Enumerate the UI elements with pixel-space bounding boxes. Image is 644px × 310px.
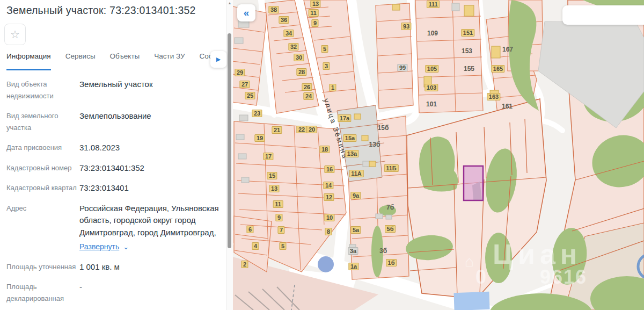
- parcel-number-label[interactable]: 17а: [338, 114, 351, 122]
- parcel-number-label[interactable]: 19: [254, 134, 265, 142]
- field-row: АдресРоссийская Федерация, Ульяновская о…: [6, 203, 221, 253]
- tab-Информация[interactable]: Информация: [6, 52, 51, 70]
- scroll-up-icon[interactable]: ▲: [226, 1, 233, 5]
- parcel-number-label[interactable]: 28: [296, 68, 306, 76]
- parcel-number-label[interactable]: 17: [263, 153, 273, 160]
- parcel-number-label[interactable]: 9: [311, 19, 318, 27]
- parcel-number-label[interactable]: 109: [427, 30, 438, 37]
- parcel-number-label[interactable]: 3: [323, 62, 330, 70]
- field-row: Дата присвоения31.08.2023: [6, 142, 221, 154]
- tab-Объекты[interactable]: Объекты: [110, 52, 140, 70]
- parcel-number-label[interactable]: 12: [324, 193, 334, 201]
- parcel-number-label[interactable]: 101: [426, 100, 437, 108]
- parcel-number-label[interactable]: 167: [502, 46, 513, 53]
- cadastral-map[interactable]: улица Зёмина 292725383634323028262413119…: [232, 0, 644, 310]
- parcel-number-label[interactable]: 165: [491, 65, 504, 73]
- parcel-number-label[interactable]: 22: [296, 126, 306, 133]
- parcel-number-label[interactable]: 99: [397, 64, 407, 71]
- parcel-number-label[interactable]: 163: [487, 93, 500, 100]
- field-value: Землепользование: [79, 110, 151, 134]
- parcel-number-label[interactable]: 5: [321, 45, 328, 53]
- field-label: Площадь декларированная: [6, 281, 79, 305]
- parcel-number-label[interactable]: 23: [252, 110, 262, 117]
- parcel-number-label[interactable]: 3б: [379, 247, 387, 255]
- parcel-number-label[interactable]: 3а: [348, 247, 358, 255]
- parcel-number-label[interactable]: 6: [246, 226, 253, 233]
- parcel-number-label[interactable]: 21: [272, 126, 282, 134]
- parcel-number-label[interactable]: 5: [279, 242, 286, 250]
- parcel-number-label[interactable]: 11: [309, 9, 319, 17]
- selected-parcel[interactable]: [464, 166, 483, 200]
- parcel-number-label[interactable]: 4: [252, 242, 259, 250]
- tab-Сервисы[interactable]: Сервисы: [65, 52, 96, 70]
- field-value: Российская Федерация, Ульяновская област…: [79, 203, 221, 253]
- parcel-number-label[interactable]: 155: [464, 65, 474, 73]
- parcel-number-label[interactable]: 151: [461, 29, 474, 37]
- parcel-number-label[interactable]: 2: [241, 261, 248, 268]
- page-title: Земельный участок: 73:23:013401:352: [6, 4, 196, 17]
- parcel-number-label[interactable]: 24: [303, 92, 313, 100]
- parcel-number-label[interactable]: 7б: [386, 204, 394, 211]
- parcel-number-label[interactable]: 93: [401, 23, 411, 30]
- parcel-number-label[interactable]: 1б: [386, 259, 397, 266]
- panel-scrollbar[interactable]: ▲: [226, 0, 233, 310]
- parcel-number-label[interactable]: 1: [329, 84, 336, 91]
- parcel-number-label[interactable]: 13б: [369, 141, 380, 148]
- parcel-number-label[interactable]: 153: [462, 47, 472, 55]
- field-label: Адрес: [6, 203, 79, 253]
- parcel-number-label[interactable]: 9а: [350, 192, 361, 199]
- parcel-number-label[interactable]: 103: [425, 84, 438, 91]
- parcel-number-label[interactable]: 13а: [345, 150, 358, 157]
- parcel-number-label[interactable]: 32: [288, 43, 298, 51]
- parcel-number-label[interactable]: 11Б: [384, 164, 399, 172]
- parcel-number-label[interactable]: 111: [427, 1, 440, 8]
- parcel-number-label[interactable]: 20: [306, 126, 317, 133]
- field-value: 31.08.2023: [79, 142, 120, 154]
- tabs-scroll-right-button[interactable]: ▶: [210, 51, 226, 68]
- parcel-number-label[interactable]: 1а: [348, 263, 358, 270]
- parcel-number-label[interactable]: 34: [283, 30, 294, 37]
- parcel-number-label[interactable]: 18: [319, 146, 330, 153]
- parcel-number-label[interactable]: 11А: [349, 170, 364, 177]
- field-row: Вид земельного участкаЗемлепользование: [6, 110, 221, 134]
- parcel-number-label[interactable]: 38: [268, 6, 279, 13]
- parcel-number-label[interactable]: 10: [324, 214, 334, 221]
- parcel-number-label[interactable]: 9: [275, 214, 282, 221]
- parcel-number-label[interactable]: 36: [279, 16, 289, 24]
- field-value: 73:23:013401: [79, 182, 129, 194]
- star-icon: ☆: [10, 28, 20, 41]
- parcel-number-label[interactable]: 29: [235, 69, 245, 76]
- parcel-number-label[interactable]: 25: [245, 92, 255, 99]
- parcel-number-label[interactable]: 16: [324, 165, 334, 173]
- parcel-info-panel: Земельный участок: 73:23:013401:352 ☆ Ин…: [0, 0, 232, 310]
- parcel-number-label[interactable]: 15б: [378, 124, 389, 132]
- field-value: Земельный участок: [79, 78, 153, 102]
- parcel-number-label[interactable]: 105: [425, 65, 438, 73]
- parcel-number-label[interactable]: 7: [277, 226, 284, 234]
- parcel-number-label[interactable]: 11: [273, 200, 283, 208]
- parcel-number-label[interactable]: 161: [502, 103, 513, 110]
- scrollbar-thumb[interactable]: [228, 33, 231, 248]
- parcel-number-label[interactable]: 14: [323, 182, 333, 189]
- expand-address-link[interactable]: Развернуть: [79, 242, 119, 251]
- collapse-panel-button[interactable]: «: [237, 4, 255, 21]
- parcel-number-label[interactable]: 15: [267, 172, 277, 179]
- field-label: Вид объекта недвижимости: [6, 78, 79, 102]
- parcel-number-label[interactable]: 8: [325, 228, 332, 235]
- parcel-number-label[interactable]: 13: [269, 185, 279, 192]
- parcel-number-label[interactable]: 5б: [385, 225, 396, 233]
- parcel-number-label[interactable]: 27: [239, 81, 250, 88]
- favorite-button[interactable]: ☆: [4, 24, 26, 45]
- parcel-number-label[interactable]: 5а: [350, 226, 361, 234]
- search-input[interactable]: [562, 5, 644, 25]
- field-row: Кадастровый квартал73:23:013401: [6, 182, 221, 194]
- chevrons-left-icon: «: [244, 7, 250, 19]
- field-value: -: [79, 281, 82, 305]
- parcel-number-label[interactable]: 15а: [343, 134, 356, 142]
- parcel-fields: Вид объекта недвижимостиЗемельный участо…: [6, 78, 221, 310]
- location-dot: [318, 256, 334, 272]
- parcel-number-label[interactable]: 26: [302, 83, 312, 91]
- tab-Части ЗУ[interactable]: Части ЗУ: [154, 52, 185, 70]
- parcel-number-label[interactable]: 30: [294, 54, 304, 61]
- parcel-number-label[interactable]: 13: [310, 0, 320, 8]
